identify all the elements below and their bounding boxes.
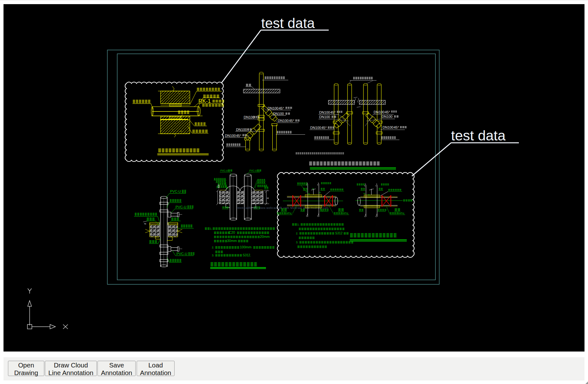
svg-text:45°: 45° <box>394 125 399 129</box>
svg-text:1.: 1. <box>297 223 300 226</box>
svg-text:DN100: DN100 <box>319 115 330 119</box>
svg-text:50: 50 <box>308 193 310 195</box>
svg-text:50: 50 <box>363 193 365 195</box>
svg-text:100mm: 100mm <box>240 245 252 249</box>
svg-text:PVC-U: PVC-U <box>176 252 187 256</box>
svg-text:1MPa): 1MPa) <box>342 212 348 215</box>
svg-text:45°: 45° <box>236 134 241 138</box>
svg-text:70: 70 <box>312 188 314 190</box>
svg-text:S312: S312 <box>335 231 343 235</box>
svg-text:30mm: 30mm <box>227 239 237 243</box>
svg-text:DN100: DN100 <box>236 128 247 132</box>
svg-text:600: 600 <box>218 184 220 188</box>
svg-text:PVC-U: PVC-U <box>249 169 257 172</box>
svg-text:45°: 45° <box>385 110 390 114</box>
svg-text:DN100: DN100 <box>278 119 289 123</box>
svg-text:DN100: DN100 <box>383 125 393 129</box>
svg-text:test data: test data <box>261 15 315 31</box>
svg-text:3.: 3. <box>212 254 214 257</box>
svg-text:DN100: DN100 <box>319 110 330 114</box>
svg-text:45°: 45° <box>330 110 336 114</box>
svg-text:DN100: DN100 <box>244 115 255 119</box>
svg-text:20mm: 20mm <box>260 235 270 238</box>
svg-text:2.: 2. <box>212 246 214 249</box>
svg-text:DN100: DN100 <box>225 134 236 138</box>
svg-text:PVC-U: PVC-U <box>220 169 228 172</box>
svg-text:20: 20 <box>319 192 321 194</box>
svg-text:3.: 3. <box>296 241 298 244</box>
svg-text:45°: 45° <box>279 106 284 110</box>
svg-text:test data: test data <box>451 127 506 144</box>
svg-text:PVC-U: PVC-U <box>170 189 181 193</box>
svg-text:2.: 2. <box>296 232 298 235</box>
svg-text:DN100: DN100 <box>382 115 392 118</box>
svg-text:PVC-U: PVC-U <box>176 205 186 209</box>
svg-text:70: 70 <box>144 223 146 225</box>
svg-text:1MPa): 1MPa) <box>285 212 291 215</box>
svg-text:DN100: DN100 <box>374 110 384 114</box>
svg-text:45°: 45° <box>289 119 294 123</box>
svg-text:S312.: S312. <box>243 253 251 257</box>
svg-text:DN100: DN100 <box>310 126 321 130</box>
svg-text:DN100: DN100 <box>268 106 278 110</box>
svg-text:20: 20 <box>305 191 307 193</box>
svg-text:45°: 45° <box>321 126 327 130</box>
svg-text:H: H <box>267 197 269 200</box>
svg-text:C20: C20 <box>229 231 235 234</box>
svg-text:1MPa): 1MPa) <box>398 212 404 215</box>
svg-text:50: 50 <box>368 194 370 196</box>
svg-text:1.: 1. <box>210 227 212 230</box>
svg-text:DN100: DN100 <box>273 112 284 116</box>
